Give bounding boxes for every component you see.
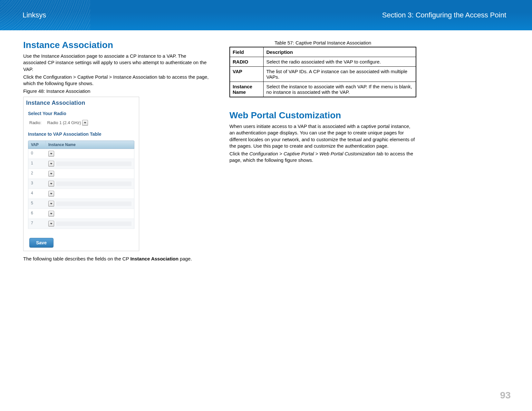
table-row: 7 (28, 219, 134, 229)
figure-instance-association: Instance Association Select Your Radio R… (23, 97, 139, 251)
field-description-table: Field Description RADIOSelect the radio … (229, 47, 416, 97)
chevron-down-icon[interactable] (48, 181, 54, 187)
vap-id: 7 (28, 219, 46, 229)
instance-name-select[interactable] (48, 201, 54, 207)
instance-name-select[interactable] (48, 161, 54, 167)
table-row: 4 (28, 189, 134, 199)
text: Click the (229, 151, 249, 156)
col-header-instance-name: Instance Name (46, 141, 134, 149)
instance-name-select[interactable] (48, 171, 54, 177)
table-row: 5 (28, 199, 134, 209)
table-row: 2 (28, 169, 134, 179)
field-description: Select the radio associated with the VAP… (264, 57, 416, 67)
table-row: 1 (28, 159, 134, 169)
vap-id: 6 (28, 209, 46, 219)
figure-section-assoc-table: Instance to VAP Association Table (28, 132, 137, 137)
vap-id: 1 (28, 159, 46, 169)
instance-name-cell (46, 189, 134, 199)
radio-select-value: Radio 1 (2.4 GHz) (47, 120, 81, 125)
chevron-down-icon[interactable] (48, 151, 54, 157)
text-italic: Configuration > Captive Portal > Web Por… (249, 151, 378, 156)
figure-label: Figure 48: Instance Association (23, 88, 210, 94)
vap-id: 4 (28, 189, 46, 199)
right-column: Table 57: Captive Portal Instance Associ… (229, 40, 416, 263)
field-name: VAP (230, 67, 264, 82)
instance-name-select[interactable] (48, 211, 54, 217)
field-description: Select the instance to associate with ea… (264, 82, 416, 97)
vap-id: 3 (28, 179, 46, 189)
text: The following table describes the fields… (23, 256, 130, 261)
paragraph: Click the Configuration > Captive Portal… (229, 151, 416, 164)
content-area: Instance Association Use the Instance As… (0, 30, 532, 263)
table-caption: Table 57: Captive Portal Instance Associ… (229, 40, 416, 45)
brand-text: Linksys (23, 11, 46, 19)
field-description: The list of VAP IDs. A CP instance can b… (264, 67, 416, 82)
vap-association-table: VAP Instance Name 01234567 (28, 141, 134, 229)
text: page. (179, 256, 192, 261)
chevron-down-icon[interactable] (48, 201, 54, 207)
instance-name-cell (46, 169, 134, 179)
text-bold: Instance Association (130, 256, 179, 261)
section-title: Section 3: Configuring the Access Point (382, 11, 506, 19)
instance-name-select[interactable] (48, 151, 54, 157)
page-header: Linksys Section 3: Configuring the Acces… (0, 0, 532, 30)
instance-name-select[interactable] (48, 181, 54, 187)
instance-name-select[interactable] (48, 221, 54, 227)
table-row: VAPThe list of VAP IDs. A CP instance ca… (230, 67, 416, 82)
heading-instance-association: Instance Association (23, 40, 210, 50)
chevron-down-icon[interactable] (48, 161, 54, 167)
table-row: 6 (28, 209, 134, 219)
chevron-down-icon[interactable] (48, 211, 54, 217)
instance-name-cell (46, 199, 134, 209)
save-button[interactable]: Save (29, 238, 53, 248)
radio-label: Radio: (29, 120, 42, 125)
figure-title: Instance Association (26, 100, 137, 106)
table-row: RADIOSelect the radio associated with th… (230, 57, 416, 67)
col-header-vap: VAP (28, 141, 46, 149)
chevron-down-icon[interactable] (82, 120, 88, 126)
instance-name-select[interactable] (48, 191, 54, 197)
instance-name-cell (46, 159, 134, 169)
instance-name-cell (46, 219, 134, 229)
figure-section-select-radio: Select Your Radio (28, 111, 137, 116)
table-row: 0 (28, 149, 134, 159)
vap-id: 0 (28, 149, 46, 159)
left-column: Instance Association Use the Instance As… (23, 40, 210, 263)
instance-name-cell (46, 149, 134, 159)
table-row: 3 (28, 179, 134, 189)
paragraph: Use the Instance Association page to ass… (23, 53, 210, 73)
th-field: Field (230, 47, 264, 57)
page-number: 93 (500, 390, 511, 401)
chevron-down-icon[interactable] (48, 171, 54, 177)
vap-id: 5 (28, 199, 46, 209)
radio-select[interactable]: Radio 1 (2.4 GHz) (47, 120, 88, 126)
instance-name-cell (46, 179, 134, 189)
table-row: Instance NameSelect the instance to asso… (230, 82, 416, 97)
heading-web-portal-customization: Web Portal Customization (229, 110, 416, 121)
paragraph: Click the Configuration > Captive Portal… (23, 74, 210, 87)
field-name: RADIO (230, 57, 264, 67)
paragraph: The following table describes the fields… (23, 256, 210, 262)
paragraph: When users initiate access to a VAP that… (229, 123, 416, 149)
chevron-down-icon[interactable] (48, 191, 54, 197)
field-name: Instance Name (230, 82, 264, 97)
vap-id: 2 (28, 169, 46, 179)
chevron-down-icon[interactable] (48, 221, 54, 227)
instance-name-cell (46, 209, 134, 219)
th-description: Description (264, 47, 416, 57)
